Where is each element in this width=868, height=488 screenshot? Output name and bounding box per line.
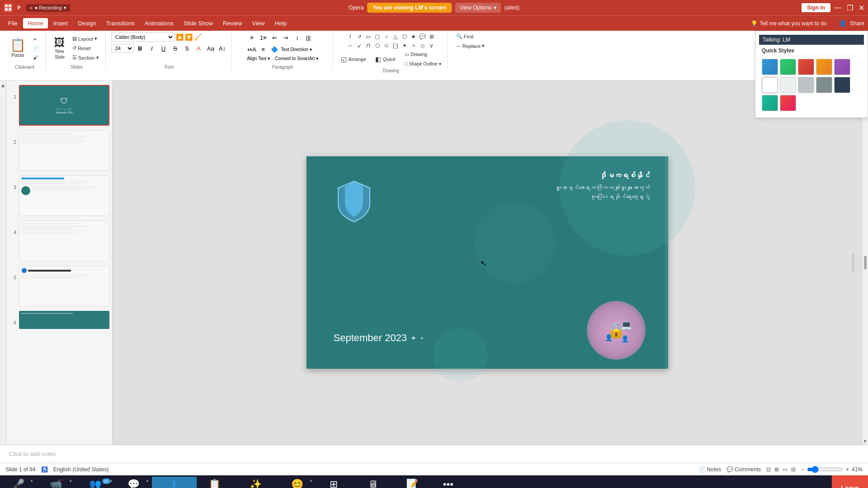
qs-item-8[interactable] <box>798 77 814 93</box>
menu-item-design[interactable]: Design <box>73 18 100 28</box>
chat-arrow[interactable]: ▲ <box>146 479 149 483</box>
signin-button[interactable]: Sign in <box>802 3 830 12</box>
shape-6[interactable]: ⊂ <box>382 42 391 50</box>
line-spacing-button[interactable]: ↕ <box>292 33 302 42</box>
menu-item-view[interactable]: View <box>248 18 269 28</box>
qs-item-9[interactable] <box>816 77 832 93</box>
font-up-icon[interactable]: 🔼 <box>176 33 184 41</box>
notes-bar[interactable]: Click to add notes <box>0 445 868 463</box>
slide-thumb-1[interactable]: 1 🛡 ဒိုမကရစ်နိုင်September 2023 <box>8 84 110 127</box>
minimize-icon[interactable]: — <box>834 4 841 12</box>
powerpoint-icon[interactable]: P <box>14 3 24 12</box>
menu-item-slideshow[interactable]: Slide Show <box>179 18 217 28</box>
slide-thumb-4[interactable]: 4 <box>8 220 110 262</box>
taskbar-more[interactable]: ••• More <box>430 477 466 488</box>
menu-item-review[interactable]: Review <box>218 18 247 28</box>
shape-3[interactable]: ↙ <box>355 42 363 50</box>
replace-button[interactable]: ↔ Replace ▾ <box>453 42 487 50</box>
menu-item-animations[interactable]: Animations <box>140 18 178 28</box>
decrease-indent-button[interactable]: ⇐ <box>269 33 279 42</box>
shape-triangle[interactable]: △ <box>392 33 400 41</box>
taskbar-unmute[interactable]: 🎤 Unmute ▲ <box>0 477 36 488</box>
shapes-more[interactable]: ⊞ <box>428 33 436 41</box>
windows-icon[interactable] <box>4 3 13 12</box>
qs-item-4[interactable] <box>816 59 832 75</box>
shape-fill-button[interactable]: ▭ Drawing <box>402 51 444 58</box>
arrange-button[interactable]: ◱ Arrange <box>338 54 369 65</box>
shape-10[interactable]: ◇ <box>419 42 427 50</box>
taskbar-ai-companion[interactable]: ✨ AI Companion <box>233 477 279 488</box>
zoom-out-icon[interactable]: − <box>801 466 804 473</box>
italic-button[interactable]: I <box>147 43 157 53</box>
taskbar-notes[interactable]: 📝 Notes <box>394 477 430 488</box>
menu-item-insert[interactable]: Insert <box>49 18 73 28</box>
slide-canvas[interactable]: ဒိုမကရစ်နိုင် လှူအခွင်အရေးတက်ကြလပ်ျားသူမ… <box>307 156 668 369</box>
unmute-arrow[interactable]: ▲ <box>30 479 33 483</box>
restore-icon[interactable]: ❐ <box>847 4 853 12</box>
share-button[interactable]: 👤 Share <box>839 20 864 27</box>
font-case-button[interactable]: A↕ <box>217 43 227 53</box>
participants-arrow[interactable]: ▲ <box>109 479 113 483</box>
scrollbar-thumb[interactable] <box>864 256 867 269</box>
recording-badge[interactable]: ● ● Recording ▾ <box>26 4 70 12</box>
quick-styles-button[interactable]: ◧ Quick <box>373 54 398 65</box>
taskbar-participants[interactable]: 👥 25 Participants ▲ <box>75 477 115 488</box>
leave-button[interactable]: Leave <box>832 475 868 488</box>
zoom-slider[interactable] <box>807 466 843 473</box>
video-arrow[interactable]: ▲ <box>69 479 72 483</box>
view-options-button[interactable]: View Options ▾ <box>455 3 500 13</box>
shape-rounded-rect[interactable]: ▢ <box>373 33 382 41</box>
qs-item-2[interactable] <box>780 59 796 75</box>
shape-expand[interactable]: ∨ <box>428 42 436 50</box>
reactions-arrow[interactable]: ▲ <box>309 479 313 483</box>
font-color-button[interactable]: A <box>194 43 204 53</box>
qs-item-3[interactable] <box>798 59 814 75</box>
scroll-up-icon[interactable]: ▲ <box>0 82 6 89</box>
shape-8[interactable]: ✦ <box>401 42 409 50</box>
accessibility-icon[interactable]: ♿ <box>41 466 48 473</box>
copy-button[interactable]: 📄 <box>30 45 42 52</box>
find-button[interactable]: 🔍 Find <box>453 33 476 40</box>
taskbar-summary[interactable]: 📋 Summary <box>197 477 233 488</box>
taskbar-start-video[interactable]: 📹✕ Start Video ▲ <box>36 477 75 488</box>
taskbar-share-screen[interactable]: ⬆ Share Screen <box>152 477 197 488</box>
qs-item-12[interactable] <box>780 95 796 111</box>
strikethrough-button[interactable]: S <box>170 43 180 53</box>
shadow-button[interactable]: S <box>182 43 192 53</box>
shape-5[interactable]: ⬡ <box>373 42 382 50</box>
tell-me-area[interactable]: 💡 Tell me what you want to do <box>751 20 826 27</box>
taskbar-whiteboards[interactable]: 🖥 Whiteboards <box>352 477 394 488</box>
char-spacing-button[interactable]: Aa <box>206 43 216 53</box>
numbered-list-button[interactable]: 1≡ <box>258 33 268 42</box>
font-down-icon[interactable]: 🔽 <box>185 33 193 41</box>
section-button[interactable]: ☰ Section ▾ <box>70 54 102 61</box>
new-slide-button[interactable]: 🖼 New Slide <box>52 35 68 61</box>
qs-item-5[interactable] <box>834 59 850 75</box>
menu-item-home[interactable]: Home <box>23 18 48 28</box>
slide-thumb-2[interactable]: 2 <box>8 129 110 172</box>
smartart-button[interactable]: 🔷 <box>269 44 279 54</box>
menu-item-transitions[interactable]: Transitions <box>102 18 139 28</box>
reset-button[interactable]: ↺ Reset <box>70 44 102 52</box>
slide-thumb-6[interactable]: 6 <box>8 310 110 330</box>
format-painter-button[interactable]: 🖌 <box>30 54 42 61</box>
shape-arrow[interactable]: ↗ <box>355 33 363 41</box>
taskbar-chat[interactable]: 💬 Chat ▲ <box>116 477 152 488</box>
shape-line[interactable]: / <box>346 33 354 41</box>
normal-view-icon[interactable]: ⊡ <box>766 466 771 473</box>
scroll-down-btn[interactable]: ▼ <box>863 439 868 444</box>
shape-9[interactable]: ✧ <box>410 42 418 50</box>
bold-button[interactable]: B <box>135 43 145 53</box>
comments-toggle[interactable]: 💬 Comments <box>726 466 761 473</box>
qs-item-10[interactable] <box>834 77 850 93</box>
shape-4[interactable]: ⊓ <box>364 42 373 50</box>
shape-pentagon[interactable]: ⬠ <box>401 33 409 41</box>
align-text-button[interactable]: ≡ <box>258 44 268 54</box>
layout-button[interactable]: ▤ Layout ▾ <box>70 35 102 42</box>
zoom-level[interactable]: 41% <box>852 466 863 473</box>
increase-indent-button[interactable]: ⇒ <box>281 33 291 42</box>
text-direction-button[interactable]: ⇔A <box>247 44 257 54</box>
qs-item-7[interactable] <box>780 77 796 93</box>
taskbar-reactions[interactable]: 😊 Reactions ▲ <box>279 477 316 488</box>
qs-item-1[interactable] <box>762 59 778 75</box>
